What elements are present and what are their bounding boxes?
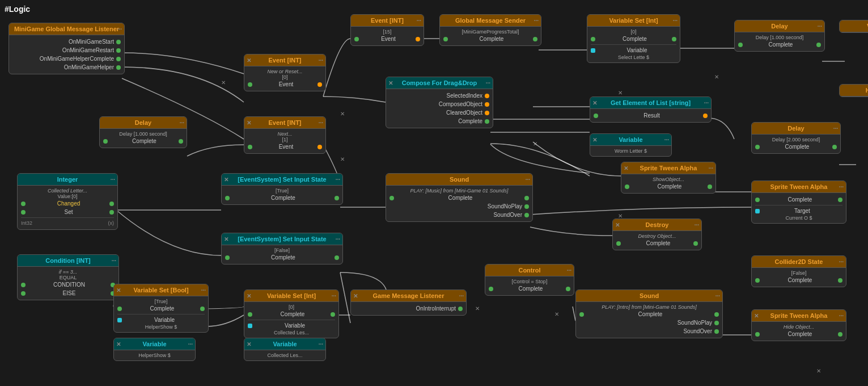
- menu-dots-18[interactable]: ···: [695, 222, 699, 228]
- menu-dots-3[interactable]: ···: [534, 18, 539, 24]
- menu-dots-2[interactable]: ···: [417, 18, 421, 24]
- pin-nr-in[interactable]: [248, 82, 252, 87]
- pin-esis-true-in[interactable]: [225, 196, 230, 200]
- pin-cond-in[interactable]: [21, 283, 26, 287]
- menu-dots-29[interactable]: ···: [319, 341, 323, 347]
- pin-c2d-in[interactable]: [755, 278, 760, 283]
- pin-sta2-complete[interactable]: [838, 198, 842, 202]
- pin-sound-intro-in[interactable]: [579, 312, 584, 317]
- menu-dots-26[interactable]: ···: [715, 293, 720, 299]
- pin-control-complete[interactable]: [566, 287, 570, 291]
- menu-dots[interactable]: ···: [117, 26, 122, 32]
- close-x-14[interactable]: ✕: [116, 341, 121, 347]
- pin-sta2-target[interactable]: [755, 209, 760, 213]
- pin-c2d-complete[interactable]: [838, 278, 842, 283]
- pin-next-out[interactable]: [317, 145, 322, 149]
- pin-next-in[interactable]: [248, 145, 252, 149]
- menu-dots-12[interactable]: ···: [709, 165, 713, 171]
- pin-int-set-out[interactable]: [109, 210, 114, 215]
- menu-dots-16[interactable]: ···: [526, 177, 530, 183]
- pin-destroy-complete[interactable]: [693, 241, 698, 246]
- pin-cdd-cleared[interactable]: [485, 111, 489, 115]
- pin-delay-mid-in[interactable]: [103, 139, 108, 144]
- pin-sta2-in[interactable]: [755, 198, 760, 202]
- close-x-1[interactable]: ✕: [247, 57, 251, 64]
- menu-dots-14[interactable]: ···: [111, 177, 115, 183]
- pin-int-in[interactable]: [21, 202, 26, 206]
- pin-sta-show-in[interactable]: [625, 184, 629, 189]
- pin-vsi-in[interactable]: [591, 37, 595, 41]
- close-x-2[interactable]: ✕: [388, 80, 393, 86]
- pin-gel-result[interactable]: [703, 114, 708, 118]
- menu-dots-7[interactable]: ···: [486, 80, 490, 86]
- pin-vsb-complete[interactable]: [200, 307, 205, 311]
- pin-gml-interrupt[interactable]: [458, 307, 463, 311]
- pin-delay-rm-complete[interactable]: [832, 145, 837, 149]
- close-x-4[interactable]: ✕: [247, 120, 251, 126]
- close-x-3[interactable]: ✕: [592, 100, 597, 106]
- pin-int-set-in[interactable]: [21, 210, 26, 215]
- menu-dots-24[interactable]: ···: [332, 293, 336, 299]
- pin-sta-hide-complete[interactable]: [838, 332, 842, 337]
- pin-cdd-composed[interactable]: [485, 102, 489, 107]
- close-x-12[interactable]: ✕: [353, 293, 358, 299]
- pin-sta-hide-in[interactable]: [755, 332, 760, 337]
- menu-dots-11[interactable]: ···: [664, 137, 669, 143]
- menu-dots-17[interactable]: ···: [839, 184, 844, 190]
- pin-vsi-var[interactable]: [591, 48, 595, 53]
- close-x-15[interactable]: ✕: [247, 341, 251, 347]
- pin-onhelpercomplete[interactable]: [116, 57, 121, 61]
- pin-destroy-in[interactable]: [616, 241, 621, 246]
- pin-control-in[interactable]: [489, 287, 493, 291]
- menu-dots-23[interactable]: ···: [201, 287, 206, 293]
- pin-int-changed[interactable]: [109, 202, 114, 206]
- menu-dots-15[interactable]: ···: [336, 177, 340, 183]
- pin-sound-intro-noplay[interactable]: [714, 321, 719, 325]
- pin-sound-music-complete[interactable]: [524, 196, 529, 200]
- pin-gms-complete[interactable]: [533, 37, 537, 41]
- pin-sound-intro-complete[interactable]: [714, 312, 719, 317]
- pin-sound-music-noplay[interactable]: [524, 204, 529, 209]
- pin-esis-false-complete[interactable]: [335, 255, 339, 260]
- pin-vsib-complete[interactable]: [331, 312, 335, 317]
- pin-ongamestart[interactable]: [116, 40, 121, 44]
- pin-sound-intro-over[interactable]: [714, 329, 719, 334]
- pin-delay-top-in[interactable]: [738, 43, 743, 47]
- pin-vsb-in[interactable]: [117, 307, 122, 311]
- menu-dots-4[interactable]: ···: [673, 18, 678, 24]
- pin-sound-music-over[interactable]: [524, 213, 529, 217]
- menu-dots-9[interactable]: ···: [319, 120, 323, 126]
- pin-delay-mid-complete[interactable]: [179, 139, 183, 144]
- pin-vsib-var[interactable]: [248, 324, 252, 328]
- pin-cdd-selected[interactable]: [485, 94, 489, 98]
- menu-dots-25[interactable]: ···: [459, 293, 464, 299]
- pin-cdd-complete[interactable]: [485, 119, 489, 124]
- menu-dots-21[interactable]: ···: [567, 267, 571, 274]
- menu-dots-22[interactable]: ···: [839, 259, 844, 265]
- menu-dots-28[interactable]: ···: [188, 341, 193, 347]
- menu-dots-20[interactable]: ···: [336, 236, 340, 242]
- pin-vsi-complete[interactable]: [672, 37, 676, 41]
- pin-vsib-in[interactable]: [248, 312, 252, 317]
- pin-delay-top-complete[interactable]: [816, 43, 821, 47]
- menu-dots-19[interactable]: ···: [112, 258, 116, 264]
- pin-event-out[interactable]: [416, 37, 420, 41]
- menu-dots-10[interactable]: ···: [180, 120, 184, 126]
- close-x-10[interactable]: ✕: [116, 287, 121, 293]
- pin-nr-out[interactable]: [317, 82, 322, 87]
- pin-cond-eise-in[interactable]: [21, 291, 26, 296]
- close-x-11[interactable]: ✕: [247, 293, 251, 299]
- pin-gel-in[interactable]: [594, 114, 598, 118]
- menu-dots-6[interactable]: ···: [319, 57, 323, 64]
- close-x-6[interactable]: ✕: [624, 165, 628, 171]
- menu-dots-13[interactable]: ···: [833, 125, 838, 132]
- close-x-13[interactable]: ✕: [754, 313, 759, 319]
- pin-sound-music-in[interactable]: [389, 196, 394, 200]
- close-x-7[interactable]: ✕: [224, 177, 228, 183]
- close-x-9[interactable]: ✕: [224, 236, 228, 242]
- pin-esis-false-in[interactable]: [225, 255, 230, 260]
- pin-onhelper[interactable]: [116, 65, 121, 70]
- pin-event-in[interactable]: [354, 37, 359, 41]
- menu-dots-27[interactable]: ···: [839, 313, 844, 319]
- close-x-8[interactable]: ✕: [615, 222, 620, 228]
